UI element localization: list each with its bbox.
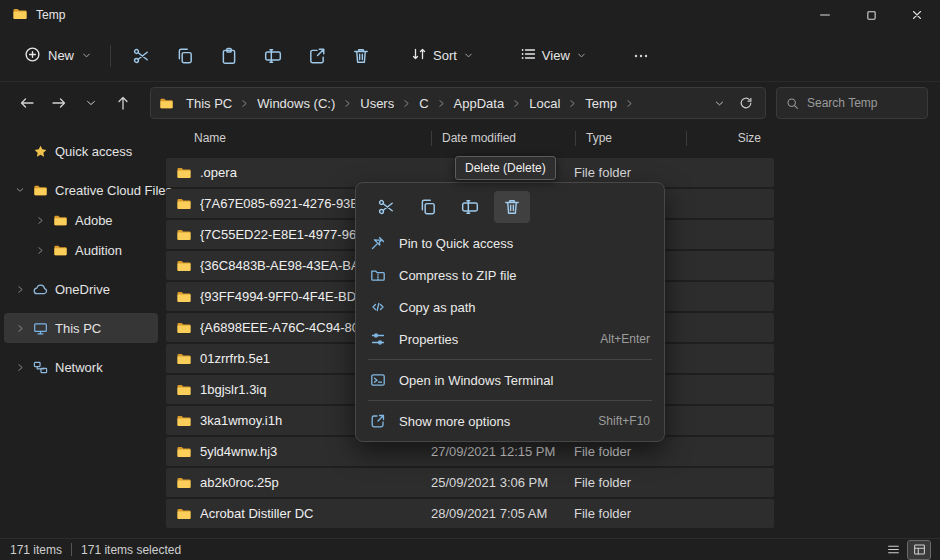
- tooltip-text: Delete (Delete): [465, 161, 546, 175]
- column-header-type[interactable]: Type: [576, 131, 686, 145]
- menu-item-properties[interactable]: Properties Alt+Enter: [360, 323, 660, 355]
- column-label: Size: [738, 131, 761, 145]
- address-dropdown-icon[interactable]: [714, 98, 725, 109]
- chevron-right-icon[interactable]: [34, 216, 46, 225]
- status-divider: [71, 543, 72, 556]
- file-type: File folder: [574, 444, 684, 459]
- cut-button[interactable]: [119, 39, 163, 73]
- menu-item-show-more-options[interactable]: Show more options Shift+F10: [360, 405, 660, 437]
- breadcrumb-item[interactable]: C: [413, 93, 434, 114]
- menu-divider: [368, 400, 652, 401]
- up-button[interactable]: [108, 88, 138, 118]
- chevron-down-icon[interactable]: [14, 185, 26, 195]
- sidebar-item-label: Audition: [75, 243, 122, 258]
- sidebar-item-this-pc[interactable]: This PC: [4, 313, 158, 343]
- paste-button[interactable]: [207, 39, 251, 73]
- column-label: Date modified: [442, 131, 516, 145]
- menu-item-compress-to-zip[interactable]: Compress to ZIP file: [360, 259, 660, 291]
- open-external-icon: [370, 413, 386, 429]
- view-list-icon: [520, 46, 536, 65]
- sidebar-item-label: Network: [55, 360, 103, 375]
- delete-tooltip: Delete (Delete): [455, 156, 556, 180]
- menu-item-copy-as-path[interactable]: Copy as path: [360, 291, 660, 323]
- navigation-pane: Quick access Creative Cloud Files Adobe …: [0, 124, 162, 538]
- sidebar-item-audition[interactable]: Audition: [4, 235, 158, 265]
- chevron-right-icon[interactable]: [14, 363, 26, 372]
- sidebar-item-onedrive[interactable]: OneDrive: [4, 274, 158, 304]
- menu-item-pin-to-quick-access[interactable]: Pin to Quick access: [360, 227, 660, 259]
- chevron-right-icon[interactable]: [14, 324, 26, 333]
- menu-item-open-in-windows-terminal[interactable]: Open in Windows Terminal: [360, 364, 660, 396]
- toolbar-divider: [110, 45, 111, 67]
- file-row[interactable]: Acrobat Distiller DC28/09/2021 7:05 AMFi…: [166, 499, 774, 528]
- sidebar-item-quick-access[interactable]: Quick access: [4, 136, 158, 166]
- selected-count: 171 items selected: [81, 543, 181, 557]
- folder-icon: [53, 243, 68, 258]
- more-options-button[interactable]: [619, 39, 663, 73]
- file-row[interactable]: ab2k0roc.25p25/09/2021 3:06 PMFile folde…: [166, 468, 774, 497]
- column-header-size[interactable]: Size: [687, 131, 775, 145]
- new-button[interactable]: New: [14, 40, 102, 72]
- maximize-button[interactable]: [848, 0, 894, 30]
- breadcrumb-item[interactable]: Temp: [579, 93, 623, 114]
- sort-button[interactable]: Sort: [401, 40, 484, 71]
- forward-button[interactable]: [44, 88, 74, 118]
- view-button-label: View: [542, 48, 570, 63]
- copy-icon[interactable]: [410, 191, 446, 223]
- rename-icon[interactable]: [452, 191, 488, 223]
- code-path-icon: [370, 299, 386, 315]
- sidebar-item-label: Adobe: [75, 213, 113, 228]
- folder-icon: [176, 227, 192, 243]
- cut-icon[interactable]: [368, 191, 404, 223]
- sidebar-item-label: This PC: [55, 321, 101, 336]
- delete-button[interactable]: [339, 39, 383, 73]
- file-date: 25/09/2021 3:06 PM: [431, 475, 574, 490]
- sidebar-item-network[interactable]: Network: [4, 352, 158, 382]
- menu-item-label: Properties: [399, 332, 458, 347]
- breadcrumb-item[interactable]: Users: [354, 93, 400, 114]
- breadcrumb-item[interactable]: Windows (C:): [251, 93, 341, 114]
- breadcrumb-item[interactable]: AppData: [448, 93, 511, 114]
- menu-item-label: Pin to Quick access: [399, 236, 513, 251]
- new-button-label: New: [48, 48, 74, 63]
- copy-button[interactable]: [163, 39, 207, 73]
- file-type: File folder: [574, 475, 684, 490]
- list-view-icon[interactable]: [882, 541, 904, 559]
- folder-icon: [176, 289, 192, 305]
- chevron-right-icon[interactable]: [14, 285, 26, 294]
- chevron-right-icon[interactable]: [34, 246, 46, 255]
- breadcrumb-item[interactable]: Local: [523, 93, 566, 114]
- minimize-button[interactable]: [802, 0, 848, 30]
- menu-item-shortcut: Shift+F10: [598, 414, 650, 428]
- view-button[interactable]: View: [510, 40, 597, 71]
- delete-icon[interactable]: [494, 191, 530, 223]
- status-bar: 171 items 171 items selected: [0, 538, 940, 560]
- file-type: File folder: [574, 165, 684, 180]
- chevron-down-icon: [576, 50, 587, 61]
- folder-icon: [176, 413, 192, 429]
- address-bar: This PC Windows (C:) Users C AppData Loc…: [0, 82, 940, 124]
- chevron-down-icon: [81, 50, 92, 61]
- column-header-name[interactable]: Name: [166, 131, 431, 145]
- title-bar: Temp: [0, 0, 940, 30]
- zip-folder-icon: [370, 267, 386, 283]
- breadcrumb-label: AppData: [454, 96, 505, 111]
- share-button[interactable]: [295, 39, 339, 73]
- breadcrumb-item[interactable]: This PC: [180, 93, 238, 114]
- folder-icon: [33, 183, 48, 198]
- breadcrumb[interactable]: This PC Windows (C:) Users C AppData Loc…: [150, 87, 766, 119]
- search-input[interactable]: [807, 96, 918, 110]
- refresh-icon[interactable]: [739, 96, 753, 110]
- details-view-icon[interactable]: [908, 541, 930, 559]
- search-box[interactable]: [776, 87, 928, 119]
- close-button[interactable]: [894, 0, 940, 30]
- sidebar-item-creative-cloud-files[interactable]: Creative Cloud Files: [4, 175, 158, 205]
- breadcrumb-chevron-icon: [625, 99, 634, 108]
- column-header-date-modified[interactable]: Date modified: [432, 131, 575, 145]
- recent-locations-button[interactable]: [76, 88, 106, 118]
- sidebar-item-adobe[interactable]: Adobe: [4, 205, 158, 235]
- monitor-icon: [33, 321, 48, 336]
- back-button[interactable]: [12, 88, 42, 118]
- rename-button[interactable]: [251, 39, 295, 73]
- menu-item-shortcut: Alt+Enter: [600, 332, 650, 346]
